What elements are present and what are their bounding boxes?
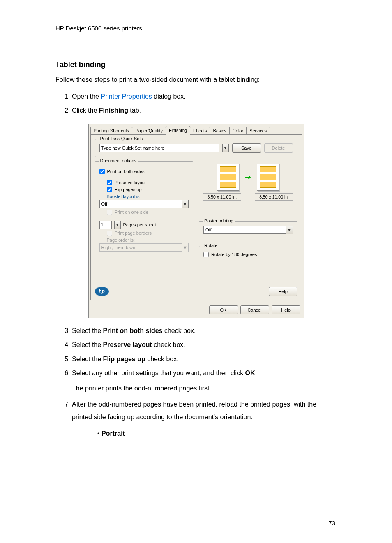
page-preview-right [257, 164, 279, 191]
booklet-layout-select[interactable]: Off ▼ [99, 200, 189, 208]
flip-pages-up-checkbox[interactable] [107, 187, 112, 192]
step-3-text-a: Select the [72, 327, 103, 334]
tab-paper-quality[interactable]: Paper/Quality [132, 127, 166, 134]
chevron-down-icon: ▼ [181, 245, 189, 250]
rotate-180-checkbox[interactable] [203, 252, 209, 257]
step-2: Click the Finishing tab. [72, 104, 337, 117]
step-6-text-a: Select any other print settings that you… [72, 370, 245, 377]
poster-printing-select[interactable]: Off ▼ [203, 226, 293, 234]
inner-help-button[interactable]: Help [269, 287, 297, 296]
booklet-layout-value: Off [100, 201, 182, 206]
poster-dropdown-button[interactable]: ▼ [286, 226, 293, 234]
printer-properties-link[interactable]: Printer Properties [101, 93, 152, 100]
steps-list-continued: Select the Print on both sides check box… [72, 325, 337, 440]
quicksets-group: Print Task Quick Sets ▼ Save Delete [95, 139, 297, 157]
step-5: Select the Flip pages up check box. [72, 353, 337, 365]
step-5-bold: Flip pages up [103, 356, 145, 363]
print-page-borders-checkbox [107, 231, 112, 236]
document-options-group: Document options Print on both sides Pre… [95, 161, 194, 280]
page-order-select: Right, then down ▼ [99, 243, 189, 252]
step-3-bold: Print on both sides [103, 327, 163, 334]
step-7-text: After the odd-numbered pages have been p… [72, 401, 316, 420]
dialog-screenshot: Printing Shortcuts Paper/Quality Finishi… [88, 124, 304, 318]
cancel-button[interactable]: Cancel [240, 305, 269, 314]
pages-per-sheet-label: Pages per sheet [123, 222, 156, 227]
chevron-down-icon: ▼ [286, 227, 293, 232]
step-4: Select the Preserve layout check box. [72, 339, 337, 351]
preserve-layout-checkbox[interactable] [107, 180, 112, 185]
pages-per-sheet-input[interactable] [99, 221, 112, 229]
tab-printing-shortcuts[interactable]: Printing Shortcuts [90, 127, 133, 134]
print-one-side-checkbox [107, 210, 112, 215]
step-6-bold: OK [245, 370, 255, 377]
dialog-footer: OK Cancel Help [89, 303, 304, 318]
ok-button[interactable]: OK [209, 305, 238, 314]
print-both-sides-label: Print on both sides [107, 169, 145, 174]
document-options-title: Document options [99, 158, 138, 163]
tab-finishing[interactable]: Finishing [166, 126, 190, 135]
chevron-down-icon: ▼ [181, 201, 189, 206]
pages-per-sheet-dropdown[interactable]: ▼ [114, 221, 121, 229]
quicksets-group-title: Print Task Quick Sets [99, 136, 145, 141]
step-7-bullet-text: Portrait [101, 430, 125, 437]
dialog-tabs: Printing Shortcuts Paper/Quality Finishi… [89, 124, 304, 134]
booklet-layout-label: Booklet layout is: [107, 194, 141, 199]
page-header: HP Deskjet 6500 series printers [55, 25, 337, 32]
step-6-text-b: . [255, 370, 257, 377]
step-1-text-a: Open the [72, 93, 101, 100]
preview-row: ➔ [199, 164, 297, 191]
step-3-text-b: check box. [163, 327, 196, 334]
step-2-text-a: Click the [72, 107, 99, 114]
step-4-text-a: Select the [72, 341, 103, 348]
tab-body: Print Task Quick Sets ▼ Save Delete Docu… [90, 134, 302, 300]
chevron-down-icon: ▼ [224, 146, 227, 150]
print-one-side-label: Print on one side [115, 210, 149, 215]
page-number: 73 [328, 520, 335, 527]
rotate-group: Rotate Rotate by 180 degrees [199, 246, 297, 263]
step-1-text-b: dialog box. [152, 93, 186, 100]
step-1: Open the Printer Properties dialog box. [72, 90, 337, 103]
help-button[interactable]: Help [272, 305, 300, 314]
section-title: Tablet binding [55, 60, 337, 69]
poster-printing-title: Poster printing [203, 218, 235, 223]
step-6: Select any other print settings that you… [72, 367, 337, 393]
preview-dim-right: 8.50 x 11.00 in. [255, 193, 293, 201]
intro-text: Follow these steps to print a two-sided … [55, 75, 337, 85]
arrow-right-icon: ➔ [245, 173, 251, 182]
step-3: Select the Print on both sides check box… [72, 325, 337, 337]
step-7: After the odd-numbered pages have been p… [72, 398, 337, 440]
page-order-label: Page order is: [107, 238, 189, 243]
hp-logo-icon: hp [95, 287, 109, 296]
quickset-name-input[interactable] [99, 144, 219, 152]
preview-dim-left: 8.50 x 11.00 in. [203, 193, 241, 201]
tab-color[interactable]: Color [229, 127, 247, 134]
quickset-delete-button: Delete [264, 143, 293, 153]
rotate-180-label: Rotate by 180 degrees [211, 252, 257, 257]
print-both-sides-checkbox[interactable] [99, 169, 105, 174]
step-7-bullet-portrait: Portrait [97, 427, 337, 440]
rotate-group-title: Rotate [203, 243, 219, 248]
poster-printing-group: Poster printing Off ▼ [199, 221, 297, 238]
step-4-text-b: check box. [152, 341, 185, 348]
step-5-text-a: Select the [72, 356, 103, 363]
booklet-dropdown-button[interactable]: ▼ [182, 200, 188, 208]
step-6-para: The printer prints the odd-numbered page… [72, 384, 337, 393]
print-page-borders-label: Print page borders [115, 231, 152, 236]
quickset-dropdown-button[interactable]: ▼ [222, 144, 229, 152]
steps-list: Open the Printer Properties dialog box. … [72, 90, 337, 117]
printer-properties-dialog: Printing Shortcuts Paper/Quality Finishi… [88, 124, 304, 318]
tab-basics[interactable]: Basics [210, 127, 229, 134]
quickset-save-button[interactable]: Save [232, 143, 261, 153]
flip-pages-up-label: Flip pages up [115, 187, 142, 192]
tab-services[interactable]: Services [246, 127, 270, 134]
chevron-down-icon: ▼ [115, 223, 119, 227]
poster-printing-value: Off [204, 227, 286, 232]
page-preview-left [217, 164, 239, 191]
tab-effects[interactable]: Effects [190, 127, 210, 134]
preserve-layout-label: Preserve layout [115, 180, 146, 185]
step-2-text-b: tab. [128, 107, 141, 114]
page-order-dropdown-button: ▼ [182, 243, 188, 252]
step-2-bold: Finishing [99, 107, 128, 114]
step-5-text-b: check box. [145, 356, 179, 363]
step-4-bold: Preserve layout [103, 341, 152, 348]
